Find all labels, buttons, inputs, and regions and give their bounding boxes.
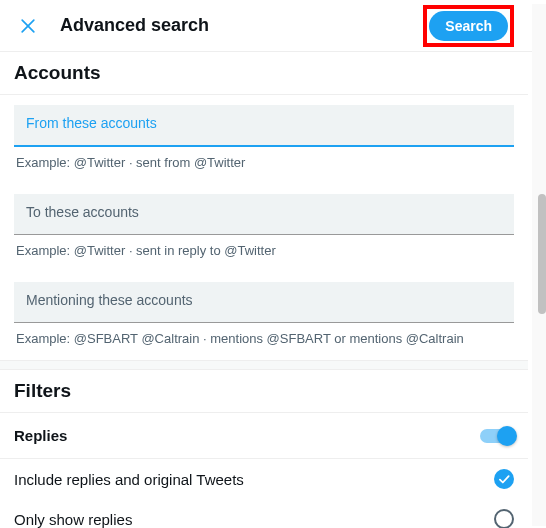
to-accounts-example: Example: @Twitter · sent in reply to @Tw… xyxy=(14,235,514,272)
from-accounts-label: From these accounts xyxy=(26,115,502,131)
mentioning-accounts-example: Example: @SFBART @Caltrain · mentions @S… xyxy=(14,323,514,360)
page-scrollbar-thumb[interactable] xyxy=(538,194,546,314)
replies-toggle[interactable] xyxy=(480,429,514,443)
only-replies-label: Only show replies xyxy=(14,511,132,528)
to-accounts-input[interactable]: To these accounts xyxy=(14,194,514,235)
field-from-accounts: From these accounts Example: @Twitter · … xyxy=(0,95,528,184)
mentioning-accounts-input[interactable]: Mentioning these accounts xyxy=(14,282,514,323)
only-replies-row[interactable]: Only show replies xyxy=(0,499,528,528)
advanced-search-modal: Advanced search Search Accounts From the… xyxy=(0,0,532,528)
to-accounts-label: To these accounts xyxy=(26,204,502,220)
field-to-accounts: To these accounts Example: @Twitter · se… xyxy=(0,184,528,272)
search-button[interactable]: Search xyxy=(429,11,508,41)
section-filters-title: Filters xyxy=(0,370,528,413)
checkmark-icon xyxy=(494,469,514,489)
include-replies-row[interactable]: Include replies and original Tweets xyxy=(0,459,528,499)
section-divider xyxy=(0,360,528,370)
field-mentioning-accounts: Mentioning these accounts Example: @SFBA… xyxy=(0,272,528,360)
section-accounts-title: Accounts xyxy=(0,52,528,95)
radio-empty-icon xyxy=(494,509,514,528)
close-icon[interactable] xyxy=(18,16,50,36)
search-button-highlight: Search xyxy=(423,5,514,47)
replies-label: Replies xyxy=(14,427,67,444)
from-accounts-example: Example: @Twitter · sent from @Twitter xyxy=(14,147,514,184)
replies-subheader: Replies xyxy=(0,413,528,459)
mentioning-accounts-label: Mentioning these accounts xyxy=(26,292,502,308)
modal-title: Advanced search xyxy=(60,15,423,36)
modal-scroll-area[interactable]: Accounts From these accounts Example: @T… xyxy=(0,52,532,528)
modal-header: Advanced search Search xyxy=(0,0,532,52)
from-accounts-input[interactable]: From these accounts xyxy=(14,105,514,147)
include-replies-label: Include replies and original Tweets xyxy=(14,471,244,488)
page-scrollbar-track xyxy=(532,4,546,526)
